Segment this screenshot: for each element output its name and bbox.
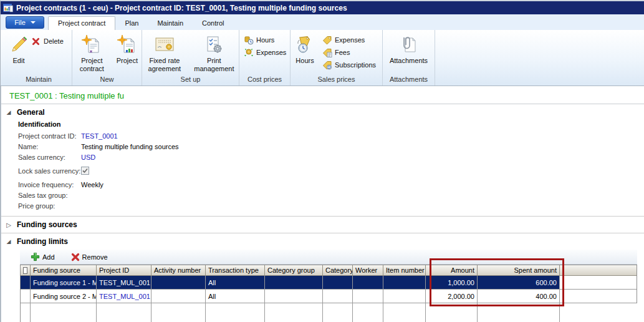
cell-category-group[interactable]	[265, 276, 323, 290]
sales-fees-button[interactable]: Fees	[322, 47, 376, 57]
tag-clock-icon	[294, 34, 315, 56]
grid-header-row: Funding source Project ID Activity numbe…	[21, 265, 637, 276]
coins-clock-icon	[243, 35, 254, 45]
sales-currency-value[interactable]: USD	[81, 154, 95, 161]
row-selector[interactable]	[21, 276, 31, 290]
section-funding-sources-label: Funding sources	[17, 220, 77, 229]
field-label: Name:	[18, 143, 81, 150]
funding-limits-grid-zone: Add Remove Funding source Project ID	[20, 250, 637, 322]
sales-subscriptions-label: Subscriptions	[335, 61, 376, 69]
sales-expenses-button[interactable]: Expenses	[322, 35, 376, 45]
edit-button[interactable]: Edit	[7, 32, 31, 65]
chevron-down-icon	[31, 21, 36, 24]
col-worker[interactable]: Worker	[353, 265, 383, 276]
section-general[interactable]: ◢ General	[1, 104, 644, 119]
cost-expenses-button[interactable]: Expenses	[243, 47, 286, 57]
cell-amount[interactable]: 1,000.00	[426, 276, 478, 290]
cost-hours-label: Hours	[256, 36, 274, 44]
cell-worker[interactable]	[353, 276, 383, 290]
col-item-number[interactable]: Item number	[383, 265, 426, 276]
col-transaction-type[interactable]: Transaction type	[206, 265, 265, 276]
tag-list-icon	[322, 47, 332, 57]
col-category-group[interactable]: Category group	[265, 265, 323, 276]
remove-x-icon	[71, 253, 80, 261]
col-activity-number[interactable]: Activity number	[151, 265, 206, 276]
field-label: Project contract ID:	[18, 132, 81, 140]
project-contract-id-value[interactable]: TEST_0001	[81, 132, 118, 140]
section-funding-limits[interactable]: ◢ Funding limits	[1, 233, 644, 248]
cell-activity-number[interactable]	[151, 276, 206, 290]
cell-project-id[interactable]: TEST_MUL_001	[97, 276, 151, 290]
print-management-label: Print management	[193, 57, 235, 73]
file-menu-button[interactable]: File	[6, 16, 44, 29]
cell-transaction-type[interactable]: All	[206, 276, 265, 290]
checklist-gear-icon	[204, 34, 223, 56]
sales-expenses-label: Expenses	[335, 36, 365, 44]
tab-maintain[interactable]: Maintain	[148, 17, 193, 30]
col-funding-source[interactable]: Funding source	[31, 265, 97, 276]
new-project-contract-button[interactable]: Project contract	[74, 32, 110, 73]
paperclip-document-icon	[399, 34, 418, 56]
ribbon-group-new: Project contract Pr	[72, 30, 142, 85]
cell-category[interactable]	[323, 276, 353, 290]
field-project-contract-id: Project contract ID: TEST_0001	[1, 130, 644, 141]
field-label: Sales currency:	[18, 154, 81, 161]
cell-activity-number[interactable]	[151, 290, 206, 303]
col-amount[interactable]: Amount	[426, 265, 478, 276]
delete-button[interactable]: Delete	[31, 36, 64, 46]
file-menu-label: File	[14, 19, 26, 26]
cell-item-number[interactable]	[383, 290, 426, 303]
edit-label: Edit	[13, 57, 25, 65]
cell-funding-source[interactable]: Funding source 1 - M	[31, 276, 97, 290]
cell-project-id[interactable]: TEST_MUL_001	[97, 290, 151, 303]
print-management-button[interactable]: Print management	[191, 32, 238, 73]
attachments-button[interactable]: Attachments	[387, 32, 430, 65]
add-button[interactable]: Add	[31, 252, 55, 261]
cell-category[interactable]	[323, 290, 353, 303]
group-label-setup: Set up	[143, 75, 238, 85]
delete-label: Delete	[44, 37, 64, 45]
field-invoice-frequency: Invoice frequency: Weekly	[1, 179, 644, 190]
cell-item-number[interactable]	[383, 276, 426, 290]
section-funding-limits-label: Funding limits	[17, 237, 68, 246]
section-funding-sources[interactable]: ▷ Funding sources	[1, 217, 644, 231]
lock-sales-currency-checkbox[interactable]	[81, 167, 89, 175]
name-value[interactable]: Testing multiple funding sources	[81, 143, 179, 150]
group-label-maintain: Maintain	[7, 75, 70, 85]
expander-open-icon: ◢	[5, 238, 12, 245]
add-plus-icon	[31, 252, 40, 261]
ribbon-group-cost-prices: Hours Ex	[239, 30, 291, 85]
sales-subscriptions-button[interactable]: Subscriptions	[322, 60, 376, 70]
fixed-rate-agreement-button[interactable]: Fixed rate agreement	[143, 32, 186, 73]
tab-control[interactable]: Control	[193, 17, 233, 30]
remove-label: Remove	[82, 253, 108, 261]
tab-plan[interactable]: Plan	[115, 17, 148, 30]
new-project-label: Project	[117, 57, 138, 65]
cell-funding-source[interactable]: Funding source 2 - M	[31, 290, 97, 303]
cell-transaction-type[interactable]: All	[206, 290, 265, 303]
field-sales-currency: Sales currency: USD	[1, 152, 644, 162]
field-label: Invoice frequency:	[18, 181, 81, 188]
remove-button[interactable]: Remove	[71, 253, 108, 261]
table-row[interactable]: Funding source 2 - M TEST_MUL_001 All 2,…	[21, 290, 637, 303]
fixed-rate-agreement-label: Fixed rate agreement	[146, 57, 183, 73]
sales-hours-button[interactable]: Hours	[292, 32, 318, 65]
row-selector[interactable]	[21, 290, 31, 303]
table-row[interactable]: Funding source 1 - M TEST_MUL_001 All 1,…	[21, 276, 637, 290]
new-project-button[interactable]: Project	[114, 32, 140, 65]
select-all-checkbox[interactable]	[21, 265, 31, 276]
tab-project-contract[interactable]: Project contract	[48, 16, 115, 30]
cell-spent-amount[interactable]: 600.00	[478, 276, 560, 290]
col-spent-amount[interactable]: Spent amount	[478, 265, 560, 276]
col-category[interactable]: Category	[323, 265, 353, 276]
col-project-id[interactable]: Project ID	[97, 265, 151, 276]
cell-category-group[interactable]	[265, 290, 323, 303]
invoice-frequency-value[interactable]: Weekly	[81, 181, 103, 188]
cell-worker[interactable]	[353, 290, 383, 303]
grid-empty-area	[20, 303, 637, 322]
funding-limits-grid: Funding source Project ID Activity numbe…	[20, 265, 637, 303]
cell-amount[interactable]: 2,000.00	[426, 290, 478, 303]
tag-icon	[322, 35, 332, 45]
cost-hours-button[interactable]: Hours	[243, 35, 286, 45]
cell-spent-amount[interactable]: 400.00	[478, 290, 560, 303]
